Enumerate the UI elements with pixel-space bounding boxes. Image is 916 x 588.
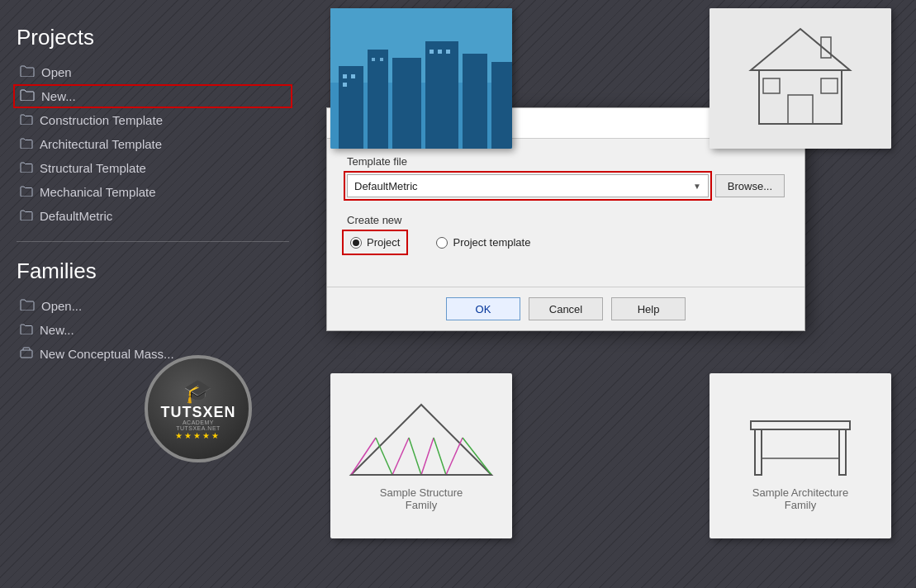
sidebar-label-architectural: Architectural Template (40, 137, 162, 151)
folder-open-icon (20, 65, 35, 79)
svg-rect-8 (491, 62, 512, 149)
svg-rect-13 (380, 58, 383, 61)
thumb-card-top-left (330, 8, 512, 149)
svg-rect-12 (372, 58, 375, 61)
folder-new-icon-families (20, 323, 33, 337)
folder-new-icon (20, 89, 35, 103)
svg-rect-0 (21, 350, 32, 358)
sidebar-item-structural[interactable]: Structural Template (17, 159, 289, 177)
sidebar-label-families-open: Open... (41, 299, 82, 313)
thumb-card-bottom-left: Sample StructureFamily (330, 373, 512, 538)
tutsxen-logo: 🎓 TUTSXEN ACADEMY TUTSXEA.NET ★★★★★ (145, 355, 252, 462)
folder-icon-construction (20, 113, 33, 127)
sidebar-item-families-new[interactable]: New... (17, 321, 289, 339)
bottom-right-label: Sample ArchitectureFamily (752, 486, 848, 511)
sidebar-item-open[interactable]: Open (17, 64, 289, 81)
folder-open-icon-families (20, 299, 35, 313)
folder-icon-defaultmetric (20, 209, 33, 223)
svg-rect-9 (343, 74, 347, 78)
folder-icon-architectural (20, 137, 33, 151)
logo-stars: ★★★★★ (160, 431, 235, 440)
svg-rect-6 (425, 41, 458, 149)
folder-icon-structural (20, 161, 33, 175)
house-thumbnail (710, 8, 891, 149)
svg-rect-35 (738, 401, 862, 483)
sidebar-label-structural: Structural Template (40, 161, 146, 175)
sidebar-label-defaultmetric: DefaultMetric (40, 209, 112, 223)
families-title: Families (17, 258, 289, 284)
svg-rect-14 (430, 50, 434, 54)
sidebar-divider (17, 241, 289, 242)
svg-rect-7 (463, 54, 487, 149)
logo-academy-text: ACADEMY (160, 420, 235, 425)
sidebar-label-mechanical: Mechanical Template (40, 185, 156, 199)
thumb-card-bottom-right: Sample ArchitectureFamily (710, 373, 891, 538)
svg-rect-17 (734, 21, 866, 136)
sidebar-item-construction[interactable]: Construction Template (17, 111, 289, 129)
projects-title: Projects (17, 25, 289, 50)
sidebar-item-defaultmetric[interactable]: DefaultMetric (17, 207, 289, 225)
bottom-left-label: Sample StructureFamily (380, 486, 463, 511)
sidebar-item-families-open[interactable]: Open... (17, 297, 289, 315)
thumb-card-top-right (710, 8, 891, 149)
sidebar-item-architectural[interactable]: Architectural Template (17, 135, 289, 153)
svg-rect-5 (392, 58, 421, 149)
logo-url-text: TUTSXEA.NET (160, 425, 235, 431)
svg-rect-4 (368, 50, 388, 149)
logo-brand-name: TUTSXEN (160, 405, 235, 420)
svg-rect-24 (347, 401, 496, 483)
building-thumbnail (330, 8, 512, 149)
sidebar-label-construction: Construction Template (40, 113, 163, 127)
logo-hat-icon: 🎓 (160, 377, 235, 405)
svg-rect-10 (351, 74, 355, 78)
svg-rect-16 (446, 50, 450, 54)
sidebar-label-new: New... (41, 89, 76, 103)
folder-icon-mechanical (20, 185, 33, 199)
svg-rect-11 (343, 83, 347, 87)
svg-rect-15 (438, 50, 442, 54)
sidebar-item-new[interactable]: New... (17, 88, 289, 105)
thumbnails-area: Sample StructureFamily Sample Architectu… (306, 0, 916, 588)
sidebar-label-open: Open (41, 65, 72, 79)
sidebar: Projects Open New... Construction Templa… (0, 0, 306, 588)
folder-special-icon (20, 347, 33, 361)
sidebar-item-mechanical[interactable]: Mechanical Template (17, 183, 289, 201)
sidebar-label-families-new: New... (40, 323, 74, 337)
